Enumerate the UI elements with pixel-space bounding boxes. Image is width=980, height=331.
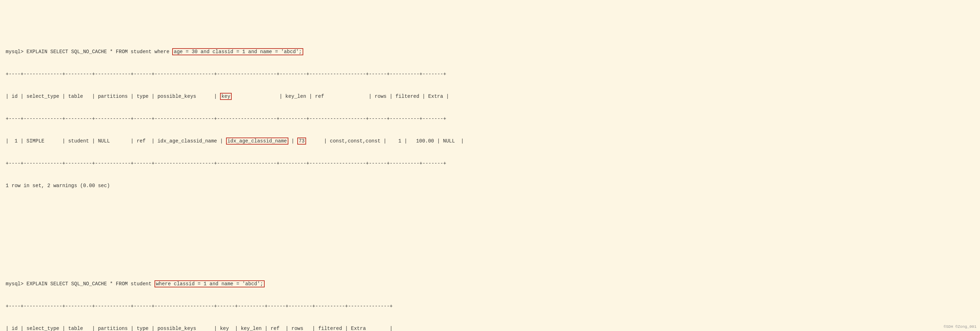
table-border-1c: +----+-------------+---------+----------… bbox=[6, 160, 974, 167]
sql-block-1: mysql> EXPLAIN SELECT SQL_NO_CACHE * FRO… bbox=[6, 33, 974, 204]
table-border-1b: +----+-------------+---------+----------… bbox=[6, 115, 974, 123]
table-row-1: | 1 | SIMPLE | student | NULL | ref | id… bbox=[6, 137, 974, 145]
sql-block-2: mysql> EXPLAIN SELECT SQL_NO_CACHE * FRO… bbox=[6, 266, 974, 331]
blank-1 bbox=[6, 228, 974, 236]
table-border-1a: +----+-------------+---------+----------… bbox=[6, 70, 974, 78]
prompt-line-2: mysql> EXPLAIN SELECT SQL_NO_CACHE * FRO… bbox=[6, 280, 974, 288]
highlight-key-header-1: key bbox=[220, 93, 232, 100]
highlight-keylen-1: 73 bbox=[297, 137, 306, 145]
watermark: ©SDH ©Zong_001 bbox=[944, 325, 977, 329]
prompt-line-1: mysql> EXPLAIN SELECT SQL_NO_CACHE * FRO… bbox=[6, 48, 974, 56]
table-header-2: | id | select_type | table | partitions … bbox=[6, 325, 974, 331]
table-header-1: | id | select_type | table | partitions … bbox=[6, 93, 974, 100]
highlight-condition-1: age = 30 and classid = 1 and name = 'abc… bbox=[172, 48, 303, 55]
highlight-condition-2: where classid = 1 and name = 'abcd'; bbox=[154, 280, 264, 287]
table-border-2a: +----+-------------+---------+----------… bbox=[6, 302, 974, 310]
footer-1: 1 row in set, 2 warnings (0.00 sec) bbox=[6, 182, 974, 189]
terminal-content: mysql> EXPLAIN SELECT SQL_NO_CACHE * FRO… bbox=[6, 3, 974, 331]
highlight-key-val-1: idx_age_classid_name bbox=[226, 137, 288, 145]
